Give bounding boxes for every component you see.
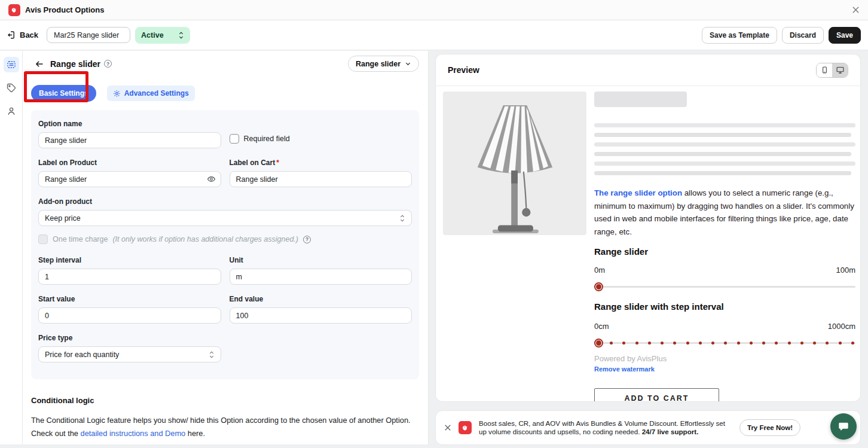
tab-advanced-label: Advanced Settings [124,89,189,97]
skeleton-line [594,161,855,166]
slider2-max-label: 1000cm [828,322,855,331]
step-dot [661,342,664,345]
back-label: Back [20,31,38,39]
price-type-value: Price for each quantity [45,351,119,359]
option-title: Range slider [50,59,100,69]
unit-label: Unit [230,256,412,264]
skeleton-line [594,152,851,156]
skeleton-line [594,171,851,175]
desktop-view-button[interactable] [832,63,848,77]
step-dot [839,342,842,345]
slider2-track[interactable] [594,339,855,348]
editor-toolbar: Back Active Save as Template Discard Sav… [0,20,868,50]
preview-card: Preview [435,54,861,402]
back-arrow-icon[interactable] [35,59,44,69]
product-image [443,92,586,235]
add-to-cart-button[interactable]: ADD TO CART [594,388,719,402]
lamp-illustration [451,97,579,235]
slider2-handle[interactable] [594,339,603,348]
mobile-view-button[interactable] [817,63,832,77]
rail-item-option-sets[interactable] [4,57,19,72]
powered-by-text: Powered by AvisPlus [594,354,855,363]
option-name-label: Option name [38,120,221,128]
step-dot [648,342,651,345]
banner-close-icon[interactable] [444,424,451,431]
option-editor-panel: Range slider ? Range slider Basic Settin… [23,51,429,444]
promo-banner: Boost sales, CR, and AOV with Avis Bundl… [435,410,861,445]
step-dot [673,342,676,345]
chat-bubble-icon [837,420,850,433]
addon-product-select[interactable]: Keep price [38,210,412,226]
slider1-labels: 0m 100m [594,266,855,275]
addon-product-value: Keep price [45,214,81,223]
step-dot [610,342,613,345]
start-value-label: Start value [38,295,221,303]
required-field-label: Required field [244,135,290,143]
slider1-max-label: 100m [836,266,855,275]
slider2-labels: 0cm 1000cm [594,322,855,331]
remove-watermark-link[interactable]: Remove watermark [594,365,855,373]
label-on-product-input[interactable] [38,171,221,187]
slider1-title: Range slider [594,246,855,257]
chevron-down-icon [405,60,411,67]
skeleton-line [594,142,855,147]
app-top-bar: Avis Product Options [0,0,868,20]
required-asterisk: * [276,159,279,167]
step-dot [813,342,816,345]
instructions-demo-link[interactable]: detailed instructions and Demo [81,429,186,438]
step-dot [800,342,803,345]
step-dot [711,342,714,345]
preview-body: The range slider option allows you to se… [436,86,860,402]
range-slider-option-link[interactable]: The range slider option [594,188,682,197]
required-field-checkbox[interactable] [230,134,239,144]
chat-widget-button[interactable] [830,413,857,440]
step-dot [686,342,689,345]
price-type-select[interactable]: Price for each quantity [38,346,221,362]
option-name-input[interactable] [38,132,221,148]
close-icon[interactable] [852,6,860,14]
rail-item-customers[interactable] [4,103,19,119]
option-type-dropdown[interactable]: Range slider [348,56,419,72]
step-dot [762,342,765,345]
try-free-now-button[interactable]: Try Free Now! [739,419,800,436]
updown-chevron-icon [178,31,184,39]
step-dot [851,342,854,345]
discard-button[interactable]: Discard [782,27,824,44]
phone-icon [821,66,829,74]
one-time-charge-row: One time charge (It only works if option… [38,234,412,244]
skeleton-line [594,133,851,137]
gear-icon [113,90,121,97]
tab-basic-settings[interactable]: Basic Settings [31,85,96,102]
slider1-handle[interactable] [594,282,603,291]
label-on-cart-input[interactable] [230,171,412,187]
end-value-input[interactable] [230,307,412,324]
one-time-charge-checkbox [38,234,48,244]
label-on-product-label: Label on Product [38,159,221,167]
rail-item-tags[interactable] [4,80,19,96]
help-icon[interactable]: ? [303,236,311,243]
step-dot [737,342,740,345]
status-select[interactable]: Active [135,27,190,44]
help-icon[interactable]: ? [104,60,112,68]
tab-advanced-settings[interactable]: Advanced Settings [107,86,195,101]
option-set-name-input[interactable] [47,27,130,43]
unit-input[interactable] [230,269,412,285]
save-button[interactable]: Save [829,27,861,44]
nav-rail [0,51,23,444]
start-value-input[interactable] [38,307,221,324]
step-interval-input[interactable] [38,269,221,285]
preview-region: Preview [429,51,868,448]
app-title: Avis Product Options [25,5,104,14]
slider1-track[interactable] [594,282,855,292]
eye-icon[interactable] [207,175,216,184]
back-button[interactable]: Back [7,31,38,39]
step-dot [826,342,829,345]
label-on-cart-label: Label on Cart* [230,159,412,167]
step-dot [724,342,727,345]
preview-content-column: The range slider option allows you to se… [594,92,855,402]
save-as-template-button[interactable]: Save as Template [702,27,777,44]
addon-product-label: Add-on product [38,197,412,206]
conditional-logic-section: Conditional logic The Conditional Logic … [31,396,419,448]
slider2-step-dots [610,342,854,345]
slider2-title: Range slider with step interval [594,301,855,312]
